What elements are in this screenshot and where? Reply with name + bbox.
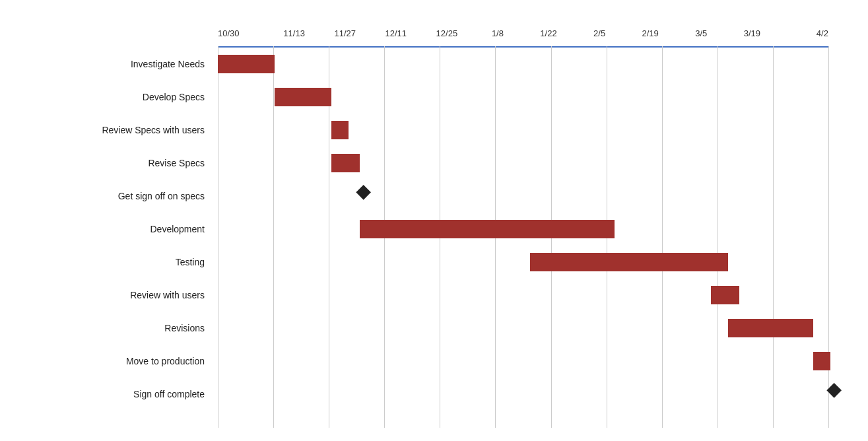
task-bar-area (218, 279, 842, 312)
task-label: Get sign off on specs (7, 191, 218, 201)
date-label: 1/8 (472, 28, 523, 38)
task-label: Move to production (7, 356, 218, 366)
task-bar-area (218, 246, 842, 279)
gantt-bar (813, 352, 830, 370)
task-label: Testing (7, 257, 218, 267)
task-bar-area (218, 114, 842, 147)
task-label: Develop Specs (7, 92, 218, 102)
date-label: 2/5 (574, 28, 625, 38)
task-bar-area (218, 213, 842, 246)
milestone-diamond (826, 383, 842, 398)
table-row: Review Specs with users (7, 114, 842, 147)
table-row: Testing (7, 246, 842, 279)
task-label: Sign off complete (7, 389, 218, 399)
task-label: Revise Specs (7, 158, 218, 168)
table-row: Revise Specs (7, 147, 842, 180)
task-bar-area (218, 81, 842, 114)
date-label: 3/19 (727, 28, 778, 38)
gantt-bar (331, 121, 349, 139)
task-bar-area (218, 180, 842, 213)
date-label: 11/13 (269, 28, 319, 38)
gantt-bar (360, 220, 615, 238)
tasks-area: Investigate NeedsDevelop SpecsReview Spe… (7, 48, 842, 428)
gantt-bar (331, 154, 360, 172)
table-row: Review with users (7, 279, 842, 312)
date-label: 12/11 (370, 28, 421, 38)
task-bar-area (218, 378, 842, 411)
date-label: 10/30 (218, 28, 269, 38)
gantt-bar (728, 319, 813, 337)
task-bar-area (218, 345, 842, 378)
gantt-bar (275, 88, 331, 106)
date-label: 2/19 (625, 28, 676, 38)
date-label: 12/25 (421, 28, 472, 38)
date-header: 10/3011/1311/2712/1112/251/81/222/52/193… (218, 20, 828, 46)
table-row: Sign off complete (7, 378, 842, 411)
date-label: 3/5 (676, 28, 727, 38)
task-label: Review with users (7, 290, 218, 300)
gantt-bar (530, 253, 729, 271)
task-bar-area (218, 312, 842, 345)
task-bar-area (218, 48, 842, 81)
chart-container: 10/3011/1311/2712/1112/251/81/222/52/193… (0, 0, 868, 441)
date-label: 11/27 (319, 28, 370, 38)
gantt-bar (711, 286, 739, 304)
chart-inner: 10/3011/1311/2712/1112/251/81/222/52/193… (7, 20, 842, 428)
table-row: Investigate Needs (7, 48, 842, 81)
task-label: Investigate Needs (7, 59, 218, 69)
task-label: Revisions (7, 323, 218, 333)
table-row: Move to production (7, 345, 842, 378)
gantt-bar (218, 55, 275, 73)
date-label: 1/22 (523, 28, 574, 38)
task-bar-area (218, 147, 842, 180)
date-label: 4/2 (778, 28, 828, 38)
task-label: Development (7, 224, 218, 234)
task-label: Review Specs with users (7, 125, 218, 135)
table-row: Revisions (7, 312, 842, 345)
table-row: Get sign off on specs (7, 180, 842, 213)
table-row: Development (7, 213, 842, 246)
milestone-diamond (356, 185, 371, 200)
table-row: Develop Specs (7, 81, 842, 114)
